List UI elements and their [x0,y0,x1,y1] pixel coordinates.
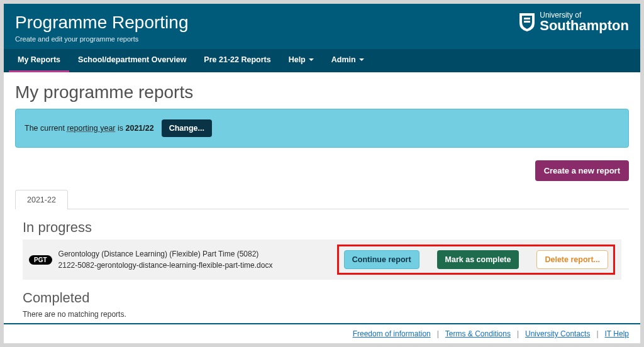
footer-link-foi[interactable]: Freedom of information [353,329,431,338]
report-title: Gerontology (Distance Learning) (Flexibl… [58,248,331,260]
footer-link-ithelp[interactable]: IT Help [605,329,629,338]
content-area: My programme reports The current reporti… [4,72,640,323]
app-subtitle: Create and edit your programme reports [15,35,629,43]
completed-empty-text: There are no matching reports. [23,310,629,319]
nav-help[interactable]: Help [280,49,323,72]
completed-heading: Completed [23,290,629,306]
nav-school-overview[interactable]: School/department Overview [69,49,195,72]
level-badge: PGT [29,255,52,265]
create-row: Create a new report [15,160,629,181]
svg-rect-0 [524,18,530,19]
year-tabs: 2021-22 [15,190,629,209]
logo-text: University of Southampton [540,11,629,33]
header: Programme Reporting Create and edit your… [4,4,640,49]
report-row: PGT Gerontology (Distance Learning) (Fle… [23,240,621,280]
nav-my-reports[interactable]: My Reports [9,49,69,72]
app-window: Programme Reporting Create and edit your… [4,4,640,343]
in-progress-heading: In progress [23,219,629,236]
reporting-year-banner: The current reporting year is 2021/22 Ch… [15,109,629,148]
delete-report-button[interactable]: Delete report... [536,250,608,269]
footer-link-contacts[interactable]: University Contacts [525,329,590,338]
university-logo: University of Southampton [518,11,629,33]
shield-icon [518,12,536,32]
reporting-year-link[interactable]: reporting year [67,124,115,133]
page-title: My programme reports [15,82,629,102]
report-filename: 2122-5082-gerontology-distance-learning-… [58,260,331,271]
main-nav: My Reports School/department Overview Pr… [4,49,640,72]
svg-rect-1 [524,21,530,23]
mark-complete-button[interactable]: Mark as complete [437,250,519,269]
nav-pre-2122[interactable]: Pre 21-22 Reports [195,49,279,72]
change-year-button[interactable]: Change... [162,119,212,137]
footer: Freedom of information | Terms & Conditi… [4,323,640,343]
chevron-down-icon [309,58,314,61]
actions-highlight: Continue report Mark as complete Delete … [337,245,615,275]
report-info: Gerontology (Distance Learning) (Flexibl… [58,248,331,271]
create-report-button[interactable]: Create a new report [535,160,629,181]
chevron-down-icon [359,58,364,61]
continue-report-button[interactable]: Continue report [344,250,419,269]
tab-2021-22[interactable]: 2021-22 [15,190,68,209]
nav-admin[interactable]: Admin [323,49,373,72]
footer-link-terms[interactable]: Terms & Conditions [445,329,511,338]
